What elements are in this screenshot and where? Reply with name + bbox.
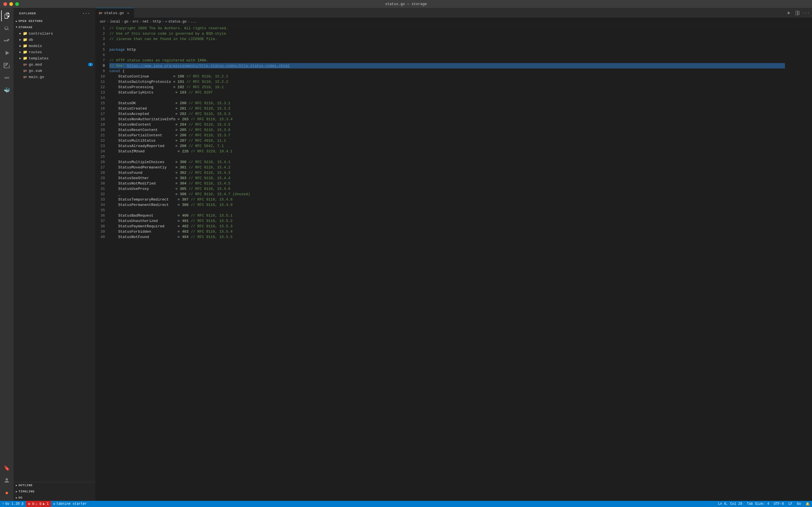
minimap bbox=[790, 25, 812, 501]
line-number-35: 35 bbox=[100, 208, 105, 213]
folder-db[interactable]: ▶ 📁 db bbox=[13, 37, 95, 43]
breadcrumb-file[interactable]: status.go bbox=[168, 20, 187, 24]
tab-size-label: Tab Size: 4 bbox=[747, 502, 769, 506]
line-number-7: 7 bbox=[100, 58, 105, 63]
tabnine-icon: ⊙ bbox=[53, 502, 55, 506]
folder-models[interactable]: ▶ 📁 models bbox=[13, 43, 95, 49]
cursor-position-status[interactable]: Ln 8, Col 28 bbox=[716, 501, 745, 507]
sidebar-more-btn[interactable]: ··· bbox=[82, 10, 91, 17]
run-debug-icon[interactable] bbox=[1, 47, 12, 59]
breadcrumb-http[interactable]: http bbox=[153, 20, 161, 24]
tab-close-btn[interactable]: ✕ bbox=[125, 10, 131, 15]
breadcrumb-more[interactable]: ... bbox=[191, 20, 197, 24]
folder-icon: 📁 bbox=[22, 50, 28, 55]
code-line-3: // license that can be found in the LICE… bbox=[109, 36, 785, 42]
editor-main: 1234567891011121314151617181920212223242… bbox=[95, 25, 812, 501]
code-line-15: StatusOK = 200 // RFC 9110, 15.3.1 bbox=[109, 101, 785, 106]
aws-icon[interactable]: aws bbox=[1, 72, 12, 83]
folder-controllers[interactable]: ▶ 📁 controllers bbox=[13, 31, 95, 37]
maximize-button[interactable] bbox=[15, 2, 19, 6]
code-line-4 bbox=[109, 42, 785, 47]
search-activity-icon[interactable] bbox=[1, 22, 12, 34]
folder-models-label: models bbox=[29, 44, 42, 48]
code-line-29: StatusSeeOther = 303 // RFC 9110, 15.4.4 bbox=[109, 175, 785, 181]
code-line-28: StatusFound = 302 // RFC 9110, 15.4.3 bbox=[109, 170, 785, 175]
language-mode-status[interactable]: Go bbox=[795, 501, 803, 507]
line-number-4: 4 bbox=[100, 42, 105, 47]
breadcrumb-usr[interactable]: usr bbox=[100, 20, 106, 24]
code-line-11: StatusSwitchingProtocols = 101 // RFC 91… bbox=[109, 79, 785, 84]
account-icon[interactable] bbox=[1, 475, 12, 486]
code-line-1: // Copyright 2009 The Go Authors. All ri… bbox=[109, 25, 785, 31]
line-number-6: 6 bbox=[100, 52, 105, 58]
go-sum-icon: go bbox=[22, 68, 28, 73]
extensions-icon[interactable] bbox=[1, 60, 12, 71]
code-line-31: StatusUseProxy = 305 // RFC 9110, 15.4.6 bbox=[109, 186, 785, 191]
line-ending-status[interactable]: LF bbox=[786, 501, 795, 507]
line-number-31: 31 bbox=[100, 186, 105, 191]
tab-status-go[interactable]: go status.go ✕ bbox=[95, 8, 134, 18]
more-actions-btn[interactable]: ··· bbox=[802, 9, 810, 17]
code-line-38: StatusPaymentRequired = 402 // RFC 9110,… bbox=[109, 224, 785, 229]
open-editors-section[interactable]: ▶ OPEN EDITORS bbox=[13, 18, 95, 24]
tab-size-status[interactable]: Tab Size: 4 bbox=[745, 501, 771, 507]
breadcrumb-sep5: › bbox=[150, 20, 152, 23]
code-line-37: StatusUnauthorized = 401 // RFC 9110, 15… bbox=[109, 218, 785, 224]
run-editor-btn[interactable] bbox=[785, 9, 793, 17]
code-line-40: StatusNotFound = 404 // RFC 9110, 15.5.5 bbox=[109, 234, 785, 240]
go-section[interactable]: ▶ GO bbox=[13, 495, 95, 501]
line-number-38: 38 bbox=[100, 224, 105, 229]
split-editor-btn[interactable] bbox=[794, 9, 801, 17]
docker-icon[interactable]: 🐳 bbox=[1, 84, 12, 96]
warnings-icon: ⚠ 0 bbox=[35, 502, 42, 506]
line-number-25: 25 bbox=[100, 154, 105, 159]
code-line-32: _ = 306 // RFC 9110, 15.4.7 (Unused) bbox=[109, 191, 785, 197]
storage-arrow: ▼ bbox=[16, 26, 17, 29]
outline-section[interactable]: ▶ OUTLINE bbox=[13, 482, 95, 489]
file-go-sum-label: go.sum bbox=[29, 69, 42, 73]
line-number-18: 18 bbox=[100, 117, 105, 122]
folder-icon: 📁 bbox=[22, 37, 28, 42]
editor-actions: ··· bbox=[783, 8, 812, 18]
minimize-button[interactable] bbox=[9, 2, 13, 6]
explorer-icon[interactable] bbox=[1, 10, 12, 21]
errors-warnings-status[interactable]: ⊗ 0 ⚠ 0 ▲ 1 bbox=[26, 501, 51, 507]
tabnine-status[interactable]: ⊙ tabnine starter bbox=[51, 501, 89, 507]
storage-section[interactable]: ▼ STORAGE bbox=[13, 24, 95, 31]
code-area[interactable]: // Copyright 2009 The Go Authors. All ri… bbox=[109, 25, 790, 501]
language-mode-label: Go bbox=[797, 502, 801, 506]
notifications-status[interactable]: 🔔 bbox=[803, 501, 812, 507]
code-line-35 bbox=[109, 208, 785, 213]
file-go-mod[interactable]: go go.mod 1 bbox=[13, 61, 95, 68]
window-title: status.go — storage bbox=[385, 2, 427, 6]
folder-routes[interactable]: ▶ 📁 routes bbox=[13, 49, 95, 55]
close-button[interactable] bbox=[3, 2, 7, 6]
line-number-3: 3 bbox=[100, 36, 105, 42]
source-control-icon[interactable] bbox=[1, 35, 12, 46]
timeline-section[interactable]: ▶ TIMELINE bbox=[13, 489, 95, 495]
breadcrumb-local[interactable]: local bbox=[110, 20, 120, 24]
breadcrumb-go[interactable]: go bbox=[124, 20, 128, 24]
open-editors-label: OPEN EDITORS bbox=[18, 19, 43, 23]
line-number-5: 5 bbox=[100, 47, 105, 52]
code-line-22: StatusMultiStatus = 207 // RFC 4918, 11.… bbox=[109, 138, 785, 144]
file-main-go[interactable]: go main.go bbox=[13, 74, 95, 80]
line-number-15: 15 bbox=[100, 101, 105, 106]
go-label: GO bbox=[18, 496, 22, 499]
file-go-sum[interactable]: go go.sum bbox=[13, 68, 95, 74]
bookmarks-icon[interactable]: 🔖 bbox=[1, 462, 12, 474]
open-editors-arrow: ▶ bbox=[16, 20, 17, 23]
editor-scroll[interactable]: 1234567891011121314151617181920212223242… bbox=[95, 25, 790, 501]
breadcrumb-net[interactable]: net bbox=[143, 20, 149, 24]
line-number-37: 37 bbox=[100, 218, 105, 224]
go-version-status[interactable]: ⑂ Go 1.20 β bbox=[0, 501, 26, 507]
folder-templates[interactable]: ▶ 📁 templates bbox=[13, 55, 95, 61]
encoding-status[interactable]: UTF-8 bbox=[771, 501, 786, 507]
folder-routes-label: routes bbox=[29, 50, 42, 54]
settings-icon[interactable]: ● bbox=[1, 487, 12, 499]
line-number-36: 36 bbox=[100, 213, 105, 218]
go-mod-icon: go bbox=[22, 62, 28, 67]
line-number-30: 30 bbox=[100, 181, 105, 186]
code-line-25 bbox=[109, 154, 785, 159]
breadcrumb-src[interactable]: src bbox=[133, 20, 139, 24]
